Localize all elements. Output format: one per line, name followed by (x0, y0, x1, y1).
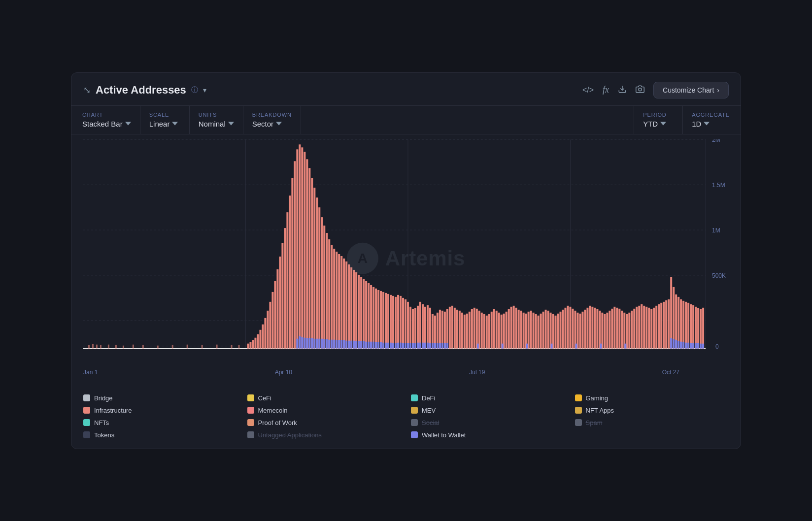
period-control[interactable]: PERIOD YTD (634, 106, 683, 134)
svg-rect-164 (451, 305, 453, 348)
svg-rect-215 (576, 312, 578, 348)
svg-rect-64 (318, 207, 320, 349)
svg-rect-34 (238, 345, 240, 348)
svg-rect-124 (353, 340, 355, 348)
legend-item[interactable]: Social (411, 419, 565, 426)
svg-rect-88 (377, 290, 379, 348)
aggregate-control[interactable]: AGGREGATE 1D (683, 106, 739, 134)
svg-rect-188 (510, 306, 512, 348)
svg-rect-95 (395, 296, 397, 348)
chart-control[interactable]: CHART Stacked Bar (73, 106, 140, 134)
svg-rect-267 (409, 343, 411, 348)
svg-rect-52 (289, 195, 291, 349)
svg-rect-116 (333, 339, 335, 348)
svg-rect-261 (690, 304, 692, 348)
svg-rect-56 (299, 144, 301, 348)
legend-item[interactable]: CeFi (247, 394, 402, 402)
legend-item[interactable]: Wallet to Wallet (411, 431, 565, 439)
svg-rect-253 (670, 277, 672, 348)
svg-rect-148 (412, 309, 414, 348)
svg-rect-69 (331, 245, 333, 349)
legend-item[interactable]: Untagged Applications (247, 431, 402, 439)
legend-swatch-mev (411, 407, 418, 414)
legend-swatch-tokens (83, 431, 90, 438)
info-icon[interactable]: ⓘ (191, 86, 198, 95)
legend-label-gaming: Gaming (586, 394, 609, 402)
svg-rect-91 (385, 293, 387, 348)
svg-rect-98 (402, 297, 404, 348)
svg-rect-112 (323, 339, 325, 348)
svg-rect-153 (424, 306, 426, 348)
svg-rect-68 (328, 239, 330, 349)
svg-rect-221 (591, 306, 593, 348)
svg-rect-111 (321, 338, 323, 348)
camera-icon[interactable] (636, 85, 644, 96)
svg-rect-291 (673, 339, 675, 348)
svg-rect-72 (338, 254, 340, 348)
svg-rect-216 (579, 313, 581, 348)
legend-item[interactable]: Spam (575, 419, 729, 426)
customize-chevron-icon: › (717, 86, 719, 94)
scale-control[interactable]: SCALE Linear (140, 106, 190, 134)
svg-rect-263 (695, 306, 697, 348)
svg-rect-174 (476, 308, 478, 348)
svg-rect-195 (528, 311, 530, 348)
svg-rect-185 (503, 313, 505, 348)
svg-rect-233 (621, 310, 623, 348)
svg-rect-250 (663, 301, 665, 348)
legend-item[interactable]: Gaming (575, 394, 729, 402)
svg-rect-36 (249, 342, 251, 348)
svg-rect-120 (343, 340, 345, 348)
svg-rect-80 (358, 274, 360, 348)
svg-rect-74 (343, 258, 345, 348)
legend-item[interactable]: Memecoin (247, 407, 402, 414)
legend-item[interactable]: DeFi (411, 394, 565, 402)
svg-rect-176 (481, 312, 483, 348)
svg-rect-283 (477, 343, 479, 348)
svg-rect-144 (402, 343, 404, 348)
x-label-oct: Oct 27 (662, 369, 679, 376)
svg-rect-224 (599, 310, 601, 348)
svg-rect-239 (636, 306, 638, 348)
svg-rect-62 (313, 188, 315, 349)
svg-rect-198 (535, 314, 537, 348)
svg-rect-75 (345, 261, 347, 348)
svg-rect-211 (567, 305, 569, 348)
title-chevron-icon[interactable]: ▾ (203, 86, 206, 94)
formula-icon[interactable]: fx (603, 85, 609, 95)
legend-item[interactable]: Tokens (83, 431, 237, 439)
svg-rect-212 (569, 306, 571, 348)
svg-rect-143 (400, 342, 402, 348)
svg-rect-189 (513, 305, 515, 348)
svg-rect-134 (377, 342, 379, 348)
units-control[interactable]: UNITS Nominal (190, 106, 243, 134)
svg-rect-190 (515, 307, 517, 348)
svg-rect-171 (469, 311, 471, 348)
main-card: ⤡ Active Addresses ⓘ ▾ </> fx Customize … (71, 72, 741, 449)
breakdown-control[interactable]: BREAKDOWN Sector (243, 106, 301, 134)
svg-rect-201 (542, 311, 544, 348)
svg-rect-151 (419, 301, 421, 348)
svg-rect-39 (257, 334, 259, 348)
legend-item[interactable]: Proof of Work (247, 419, 402, 426)
legend-item[interactable]: Infrastructure (83, 407, 237, 414)
svg-rect-269 (414, 343, 416, 348)
svg-rect-123 (350, 340, 352, 348)
legend-item[interactable]: NFT Apps (575, 407, 729, 414)
customize-chart-button[interactable]: Customize Chart › (653, 82, 729, 98)
legend-item[interactable]: Bridge (83, 394, 237, 402)
svg-rect-278 (437, 343, 439, 348)
svg-rect-149 (414, 308, 416, 348)
svg-rect-114 (328, 339, 330, 348)
svg-rect-259 (685, 301, 687, 348)
svg-rect-135 (380, 342, 382, 348)
svg-rect-229 (611, 308, 613, 348)
svg-rect-252 (668, 299, 670, 348)
svg-rect-73 (340, 256, 342, 348)
svg-rect-132 (372, 341, 374, 348)
legend-item[interactable]: MEV (411, 407, 565, 414)
svg-rect-23 (108, 344, 109, 348)
legend-item[interactable]: NFTs (83, 419, 237, 426)
download-icon[interactable] (618, 85, 627, 96)
code-icon[interactable]: </> (582, 86, 594, 95)
